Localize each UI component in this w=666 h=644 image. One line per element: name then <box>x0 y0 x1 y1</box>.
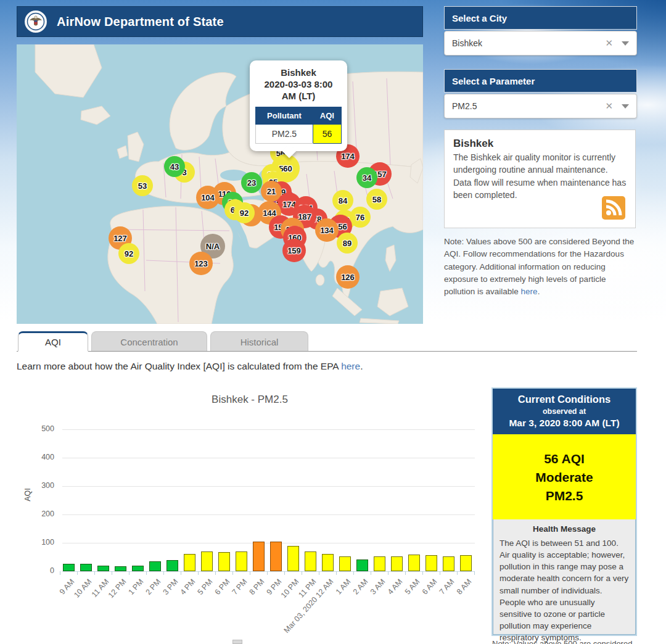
learn-more-here-link[interactable]: here <box>341 361 360 371</box>
aqi-bar[interactable] <box>305 551 316 571</box>
x-axis-tick <box>405 571 406 575</box>
aqi-bar[interactable] <box>408 555 420 571</box>
panel-footnote-partial: Note: Values above 500 are considered be… <box>492 639 638 644</box>
aqi-bar[interactable] <box>426 555 437 571</box>
conditions-header: Current Conditions observed at Mar 3, 20… <box>493 389 636 434</box>
x-axis-tick <box>198 571 199 575</box>
tooltip-title: Bishkek 2020-03-03 8:00 AM (LT) <box>255 67 342 102</box>
x-axis-tick <box>232 571 233 575</box>
note-here-link[interactable]: here <box>521 287 538 296</box>
map-marker[interactable]: 134 <box>315 218 339 242</box>
x-axis-tick <box>215 571 216 575</box>
aqi-bar[interactable] <box>166 560 178 571</box>
map-marker[interactable]: 159 <box>282 239 306 262</box>
aqi-bar[interactable] <box>201 551 213 571</box>
tab-concentration[interactable]: Concentration <box>91 331 207 352</box>
map-marker[interactable]: 123 <box>189 252 213 275</box>
conditions-aqi-value: 56 AQI <box>493 452 636 466</box>
map-marker[interactable]: 34 <box>356 167 377 188</box>
gridline <box>62 486 475 487</box>
map-marker[interactable]: 58 <box>366 189 387 210</box>
rss-icon[interactable] <box>602 196 625 220</box>
aqi-bar[interactable] <box>63 564 75 571</box>
aqi-bar[interactable] <box>132 566 144 571</box>
x-axis-tick <box>250 571 250 575</box>
health-message-block: Health Message The AQI is between 51 and… <box>493 519 636 644</box>
aqi-bar[interactable] <box>270 542 282 571</box>
x-axis-tick <box>163 571 164 575</box>
aqi-map[interactable]: 3435356560906523110104146492174157342772… <box>17 44 423 324</box>
aqi-bar[interactable] <box>97 566 109 571</box>
aqi-bar[interactable] <box>184 554 195 571</box>
aqi-bar[interactable] <box>339 556 351 571</box>
tab-historical[interactable]: Historical <box>210 331 308 352</box>
map-marker[interactable]: 92 <box>118 243 139 264</box>
x-axis-tick <box>319 571 319 575</box>
map-marker[interactable]: 23 <box>241 172 262 193</box>
select-city-header: Select a City <box>444 6 637 30</box>
aqi-bar[interactable] <box>149 561 161 571</box>
x-axis-tick <box>422 571 423 575</box>
map-marker[interactable]: 76 <box>350 207 371 228</box>
parameter-dropdown[interactable]: PM2.5 ✕ <box>444 94 637 118</box>
city-dropdown-value: Bishkek <box>452 38 605 48</box>
aqi-bar[interactable] <box>253 542 265 571</box>
aqi-bar[interactable] <box>218 552 230 571</box>
parameter-chevron-down-icon[interactable] <box>622 104 629 109</box>
aqi-bar[interactable] <box>115 566 126 571</box>
tooltip-pollutant-value: PM2.5 <box>256 124 313 143</box>
y-axis-tick-label: 300 <box>30 481 54 490</box>
conditions-aqi-block: 56 AQI Moderate PM2.5 <box>493 434 636 519</box>
x-axis-tick <box>474 571 475 575</box>
health-message-title: Health Message <box>500 524 629 534</box>
city-info-box: Bishkek The Bishkek air quality monitor … <box>444 130 636 228</box>
map-marker[interactable]: 43 <box>164 156 185 177</box>
aqi-bar[interactable] <box>460 555 472 571</box>
gridline <box>62 571 475 572</box>
gridline <box>62 429 475 430</box>
x-axis-tick <box>94 571 95 575</box>
city-clear-icon[interactable]: ✕ <box>605 38 613 49</box>
x-axis-tick <box>181 571 181 575</box>
aqi-bar[interactable] <box>374 556 385 571</box>
tooltip-col-pollutant: Pollutant <box>256 107 313 124</box>
map-marker[interactable]: 126 <box>336 265 360 289</box>
dos-seal-logo <box>23 9 48 34</box>
map-marker[interactable]: 53 <box>132 175 153 196</box>
gridline <box>62 543 475 543</box>
beyond-aqi-note: Note: Values above 500 are considered Be… <box>444 236 638 298</box>
map-marker[interactable]: 92 <box>234 202 255 223</box>
x-axis-tick <box>371 571 371 575</box>
map-marker[interactable]: 104 <box>196 186 220 209</box>
aqi-bar[interactable] <box>80 564 92 571</box>
x-axis-tick <box>77 571 78 575</box>
aqi-bar[interactable] <box>322 554 334 571</box>
gridline <box>62 514 475 515</box>
x-axis-tick <box>336 571 337 575</box>
x-axis-tick <box>440 571 440 575</box>
app-title: AirNow Department of State <box>57 15 224 29</box>
gridline <box>62 458 475 458</box>
aqi-bar[interactable] <box>391 556 403 571</box>
map-marker[interactable]: 89 <box>337 233 358 254</box>
tooltip-table: Pollutant AQI PM2.5 56 <box>255 107 342 144</box>
map-tooltip: Bishkek 2020-03-03 8:00 AM (LT) Pollutan… <box>250 60 347 151</box>
tab-aqi[interactable]: AQI <box>18 331 88 352</box>
x-axis-tick <box>284 571 285 575</box>
aqi-bar[interactable] <box>356 559 368 571</box>
city-dropdown[interactable]: Bishkek ✕ <box>444 31 637 56</box>
aqi-bar[interactable] <box>443 556 454 571</box>
map-marker[interactable]: 84 <box>332 190 353 211</box>
app-header: AirNow Department of State <box>17 6 423 37</box>
aqi-bar[interactable] <box>236 551 247 571</box>
tabs-divider <box>17 351 637 352</box>
y-axis-tick-label: 100 <box>30 538 54 547</box>
parameter-clear-icon[interactable]: ✕ <box>605 101 613 112</box>
city-chevron-down-icon[interactable] <box>622 41 629 46</box>
x-axis-tick <box>457 571 458 575</box>
y-axis-tick-label: 500 <box>30 424 54 433</box>
current-conditions-panel: Current Conditions observed at Mar 3, 20… <box>491 387 637 636</box>
x-axis-tick <box>302 571 302 575</box>
x-axis-tick <box>60 571 60 575</box>
aqi-bar[interactable] <box>287 546 299 571</box>
